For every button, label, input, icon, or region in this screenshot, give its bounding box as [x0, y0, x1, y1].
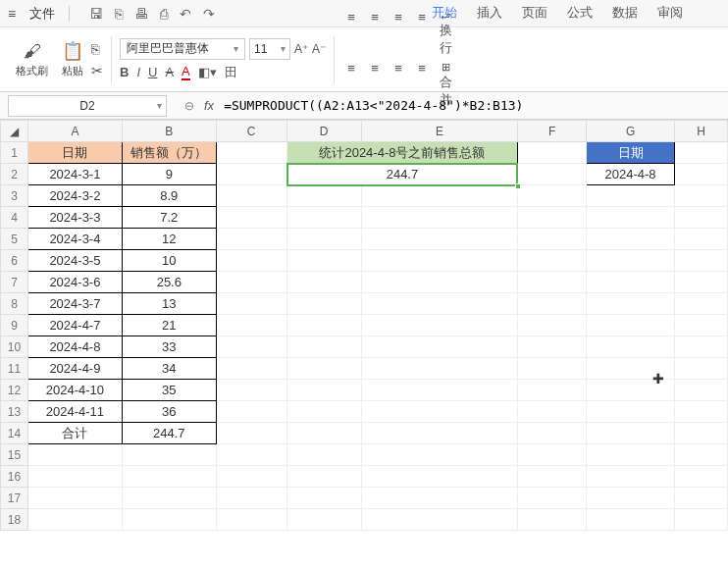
- increase-font-icon[interactable]: A⁺: [294, 42, 308, 56]
- cell-selected[interactable]: 244.7: [286, 164, 518, 185]
- cell[interactable]: [286, 466, 361, 488]
- cell[interactable]: [361, 466, 518, 488]
- cell[interactable]: [587, 336, 675, 358]
- font-name-select[interactable]: 阿里巴巴普惠体▾: [120, 38, 245, 60]
- cell[interactable]: [518, 185, 587, 207]
- cell[interactable]: [286, 358, 361, 380]
- col-header-C[interactable]: C: [216, 121, 286, 142]
- cell[interactable]: [587, 207, 675, 229]
- format-painter-button[interactable]: 🖌 格式刷: [10, 39, 54, 80]
- select-all-corner[interactable]: ◢: [1, 121, 28, 142]
- cancel-formula-icon[interactable]: ⊖: [184, 99, 194, 113]
- cell[interactable]: [587, 185, 675, 207]
- cell[interactable]: [122, 466, 216, 488]
- cell[interactable]: [286, 380, 361, 401]
- cell[interactable]: [27, 466, 122, 488]
- cell[interactable]: 2024-3-5: [27, 250, 122, 272]
- row-header[interactable]: 8: [1, 293, 28, 315]
- indent-dec-icon[interactable]: ≡: [413, 10, 431, 57]
- col-header-G[interactable]: G: [587, 121, 675, 142]
- font-size-select[interactable]: 11▾: [249, 38, 290, 60]
- tab-data[interactable]: 数据: [612, 4, 638, 22]
- cell[interactable]: 33: [122, 336, 216, 358]
- cell[interactable]: 2024-3-3: [27, 207, 122, 229]
- cell[interactable]: [518, 466, 587, 488]
- cell[interactable]: [518, 401, 587, 423]
- tab-page[interactable]: 页面: [522, 4, 547, 22]
- cell[interactable]: [587, 315, 675, 336]
- cell[interactable]: [286, 185, 361, 207]
- copy-icon[interactable]: ⎘: [91, 41, 103, 57]
- cell[interactable]: 2024-4-9: [27, 358, 122, 380]
- cell[interactable]: [286, 229, 361, 250]
- cell[interactable]: [587, 423, 675, 444]
- fx-icon[interactable]: fx: [204, 98, 214, 113]
- row-header[interactable]: 4: [1, 207, 28, 229]
- cell[interactable]: [518, 207, 587, 229]
- cell[interactable]: [361, 272, 518, 293]
- cell[interactable]: [361, 293, 518, 315]
- cell[interactable]: 10: [122, 250, 216, 272]
- cell[interactable]: [675, 315, 728, 336]
- strike-button[interactable]: A: [165, 65, 174, 79]
- cell[interactable]: 21: [122, 315, 216, 336]
- cell[interactable]: [216, 380, 286, 401]
- cell[interactable]: [587, 401, 675, 423]
- cell[interactable]: [286, 207, 361, 229]
- cell[interactable]: 2024-4-8: [587, 164, 675, 185]
- cell[interactable]: [286, 401, 361, 423]
- cell[interactable]: 7.2: [122, 207, 216, 229]
- align-bottom-icon[interactable]: ≡: [390, 10, 407, 57]
- cell[interactable]: [587, 293, 675, 315]
- cell[interactable]: [675, 336, 728, 358]
- cell[interactable]: 日期: [27, 142, 122, 164]
- cell[interactable]: [518, 358, 587, 380]
- cell[interactable]: 2024-4-10: [27, 380, 122, 401]
- cell[interactable]: 12: [122, 229, 216, 250]
- cell[interactable]: [675, 142, 728, 164]
- cell[interactable]: [361, 250, 518, 272]
- cell[interactable]: 2024-3-1: [27, 164, 122, 185]
- cell[interactable]: 25.6: [122, 272, 216, 293]
- row-header[interactable]: 15: [1, 444, 28, 466]
- cell[interactable]: [518, 293, 587, 315]
- row-header[interactable]: 2: [1, 164, 28, 185]
- cell[interactable]: [122, 444, 216, 466]
- cell[interactable]: [518, 423, 587, 444]
- cell[interactable]: 2024-3-6: [27, 272, 122, 293]
- cell[interactable]: [518, 272, 587, 293]
- cell[interactable]: [675, 358, 728, 380]
- cell[interactable]: 34: [122, 358, 216, 380]
- cell[interactable]: [587, 488, 675, 509]
- formula-bar[interactable]: [224, 98, 728, 113]
- cell[interactable]: 2024-3-2: [27, 185, 122, 207]
- cell[interactable]: 36: [122, 401, 216, 423]
- cell[interactable]: [216, 272, 286, 293]
- cell[interactable]: 2024-4-7: [27, 315, 122, 336]
- cell[interactable]: 9: [122, 164, 216, 185]
- cell[interactable]: [361, 444, 518, 466]
- cell[interactable]: [587, 358, 675, 380]
- cell[interactable]: [286, 272, 361, 293]
- cell[interactable]: [216, 466, 286, 488]
- cell[interactable]: 13: [122, 293, 216, 315]
- save-icon[interactable]: 🖫: [89, 6, 103, 22]
- name-box[interactable]: D2 ▾: [8, 95, 167, 117]
- col-header-H[interactable]: H: [675, 121, 728, 142]
- cell[interactable]: [361, 401, 518, 423]
- paste-button[interactable]: 📋 粘贴: [56, 38, 89, 80]
- cell[interactable]: 日期: [587, 142, 675, 164]
- cell[interactable]: [675, 185, 728, 207]
- cell[interactable]: [675, 423, 728, 444]
- cell[interactable]: [286, 293, 361, 315]
- fill-handle[interactable]: [515, 183, 521, 189]
- cell[interactable]: [518, 142, 587, 164]
- row-header[interactable]: 5: [1, 229, 28, 250]
- print-icon[interactable]: 🖶: [134, 6, 148, 22]
- row-header[interactable]: 16: [1, 466, 28, 488]
- cell[interactable]: [27, 444, 122, 466]
- cell[interactable]: [216, 207, 286, 229]
- saveas-icon[interactable]: ⎘: [115, 6, 123, 22]
- cell[interactable]: [216, 401, 286, 423]
- cell[interactable]: [361, 358, 518, 380]
